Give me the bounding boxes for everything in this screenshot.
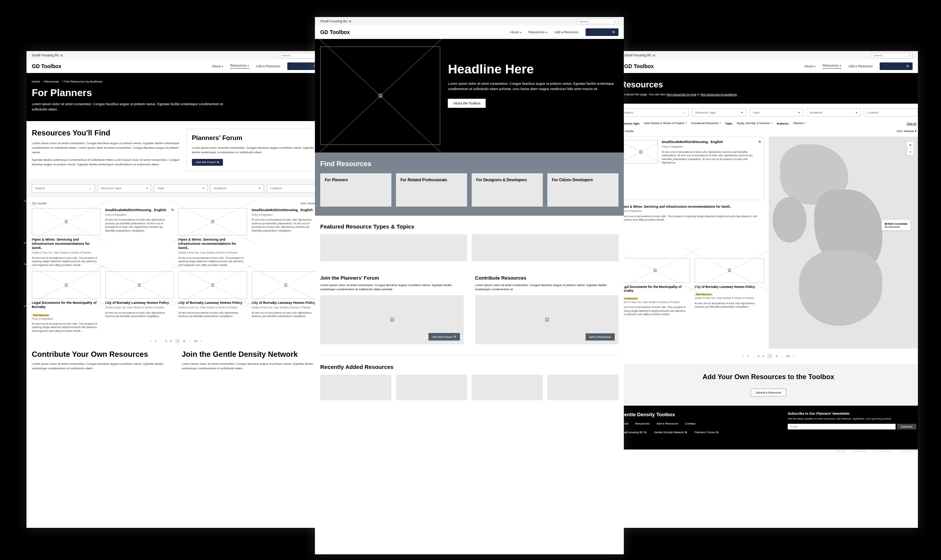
resource-card[interactable]: 🖼Legal Documents for the Municipality of…	[620, 258, 690, 348]
filter-topic[interactable]: Topic▾	[154, 184, 207, 193]
resource-card[interactable]: 🖼Legal Documents for the Municipality of…	[32, 271, 101, 333]
page-link[interactable]: 5	[165, 339, 167, 343]
link-by-audience[interactable]: find resources by audience	[701, 93, 737, 96]
nav-add-resource[interactable]: Add a Resource	[554, 30, 579, 34]
filter-chip[interactable]: Equity, Diversity, & Inclusion	[737, 122, 773, 125]
filter-chip[interactable]: Planners	[793, 122, 807, 125]
page-link[interactable]: …	[159, 339, 162, 343]
add-resource-button[interactable]: Add a Resource	[586, 333, 615, 341]
recent-card-placeholder[interactable]	[320, 375, 391, 400]
resource-card[interactable]: 🖼City of Burnaby Laneway Homes PolicyGui…	[105, 271, 174, 333]
featured-placeholder[interactable]	[320, 234, 467, 261]
footer-link[interactable]: Resources	[635, 422, 650, 425]
featured-placeholder[interactable]	[472, 234, 619, 261]
audience-card[interactable]: For Citizen Developers	[547, 173, 619, 207]
search-input[interactable]: Search⌕	[577, 19, 619, 24]
nav-about[interactable]: About▾	[804, 64, 816, 68]
page-link[interactable]: 7	[175, 339, 180, 344]
zoom-out-button[interactable]: −	[907, 148, 914, 155]
audience-card[interactable]: For Planners	[320, 173, 391, 207]
planners-forum-button[interactable]: Planners' Forum⧉	[586, 28, 619, 36]
nav-resources[interactable]: Resources▾	[823, 64, 841, 68]
subscribe-button[interactable]: Subscribe	[897, 424, 916, 429]
footer-legal-link[interactable]: Privacy Policy	[900, 450, 916, 452]
recent-card-placeholder[interactable]	[547, 375, 619, 400]
nav-add-resource[interactable]: Add a Resource	[848, 64, 873, 68]
resource-card[interactable]: 🖼City of Burnaby Laneway Homes PolicyGui…	[178, 271, 247, 333]
page-link[interactable]: …	[752, 355, 755, 358]
footer-link[interactable]: Add a Resource	[656, 422, 678, 425]
filter-audience[interactable]: Audience▾	[806, 108, 860, 117]
brand-logo[interactable]: GD Toolbox	[624, 63, 654, 69]
resource-card[interactable]: Pipes & Wires: Servicing and infrastruct…	[620, 205, 764, 254]
page-link[interactable]: 50	[194, 339, 198, 343]
filter-location[interactable]: Location	[267, 184, 320, 193]
filter-audience[interactable]: Audience▾	[210, 184, 264, 193]
page-link[interactable]: 6	[170, 339, 171, 343]
footer-external-link[interactable]: Planners' Forum ⧉	[695, 431, 718, 434]
page-link[interactable]: ›	[201, 339, 202, 343]
zoom-in-button[interactable]: +	[907, 142, 914, 148]
resource-card[interactable]: SmallScaleMultiUnitHousing_ English⧉Poli…	[252, 208, 321, 267]
page-link[interactable]: …	[188, 339, 191, 343]
search-input[interactable]: Search⌕	[871, 53, 913, 58]
small-housing-link[interactable]: Small Housing BC⧉	[624, 53, 655, 58]
nav-about[interactable]: About▾	[212, 64, 223, 68]
filter-resource-type[interactable]: Resource Type▾	[692, 108, 746, 117]
filter-chip[interactable]: Case Studies & Stories of Practice	[644, 122, 687, 125]
page-link[interactable]: 7	[767, 354, 773, 359]
page-link[interactable]: 8	[776, 355, 777, 358]
footer-legal-link[interactable]: Sitemap	[835, 450, 845, 452]
recent-card-placeholder[interactable]	[472, 375, 543, 400]
join-forum-button[interactable]: Join the Forum⧉	[192, 159, 223, 166]
map-view[interactable]: + − British Columbia 36 resources	[769, 137, 918, 348]
page-link[interactable]: 8	[183, 339, 185, 343]
resource-card[interactable]: 🖼City of Burnaby Laneway Homes PolicyGui…	[252, 271, 321, 333]
footer-legal-link[interactable]: Accessibility	[852, 450, 866, 452]
page-link[interactable]: …	[781, 355, 784, 358]
nav-resources[interactable]: Resources▾	[230, 64, 249, 68]
filter-chip[interactable]: Educational Resources	[691, 122, 721, 125]
nav-add-resource[interactable]: Add a Resource	[256, 64, 280, 68]
small-housing-link[interactable]: Small Housing BC⧉	[320, 19, 351, 23]
brand-logo[interactable]: GD Toolbox	[32, 63, 61, 69]
resource-card[interactable]: 🖼Pipes & Wires: Servicing and infrastruc…	[178, 208, 247, 267]
resource-card[interactable]: 🖼City of Burnaby Laneway Homes PolicyMul…	[695, 258, 764, 348]
footer-legal-link[interactable]: Terms of Service	[873, 450, 893, 452]
planners-forum-button[interactable]: Planners' Forum⧉	[880, 62, 913, 70]
resource-card-featured[interactable]: 🖼SmallScaleMultiUnitHousing_ English⧉Pol…	[620, 137, 764, 200]
footer-external-link[interactable]: Small Housing BC ⧉	[620, 431, 647, 434]
filter-search[interactable]: Search⌕	[620, 108, 689, 117]
crumb-item[interactable]: Resources	[45, 80, 59, 83]
small-housing-link[interactable]: Small Housing BC⧉	[32, 53, 63, 58]
submit-resource-button[interactable]: Submit a Resource	[751, 389, 786, 397]
filter-resource-type[interactable]: Resource Type▾	[98, 184, 151, 193]
brand-logo[interactable]: GD Toolbox	[320, 29, 350, 35]
clear-all-link[interactable]: Clear All	[907, 122, 916, 125]
audience-card[interactable]: For Designers & Developers	[472, 173, 543, 207]
sort-dropdown[interactable]: Sort: Newest ▾	[897, 129, 916, 133]
crumb-item[interactable]: Find Resources by Audience	[64, 80, 103, 83]
page-link[interactable]: ‹	[743, 355, 744, 358]
page-link[interactable]: 6	[762, 355, 764, 358]
link-by-type[interactable]: find resources by type	[667, 93, 696, 96]
resource-card[interactable]: SmallScaleMultiUnitHousing_ English⧉Poli…	[105, 208, 174, 267]
page-link[interactable]: ‹	[151, 339, 152, 343]
filter-location[interactable]: Location	[864, 108, 918, 117]
crumb-item[interactable]: Home	[32, 80, 40, 83]
resource-card[interactable]: 🖼Pipes & Wires: Servicing and infrastruc…	[32, 208, 101, 267]
join-forum-button[interactable]: Join the Forum⧉	[428, 333, 460, 341]
page-link[interactable]: 5	[758, 355, 759, 358]
about-toolbox-button[interactable]: About the Toolbox	[448, 99, 486, 108]
page-link[interactable]: ›	[793, 355, 794, 358]
map-popup[interactable]: British Columbia 36 resources	[882, 220, 910, 230]
footer-external-link[interactable]: Gentle Density Network ⧉	[654, 431, 687, 434]
audience-card[interactable]: For Related Professionals	[396, 173, 467, 207]
page-link[interactable]: 1	[747, 355, 748, 358]
page-link[interactable]: 50	[787, 355, 790, 358]
email-input[interactable]: Email	[788, 424, 896, 429]
filter-topic[interactable]: Topic▾	[749, 108, 803, 117]
nav-resources[interactable]: Resources▾	[528, 30, 547, 34]
recent-card-placeholder[interactable]	[396, 375, 467, 400]
nav-about[interactable]: About▾	[510, 30, 522, 34]
